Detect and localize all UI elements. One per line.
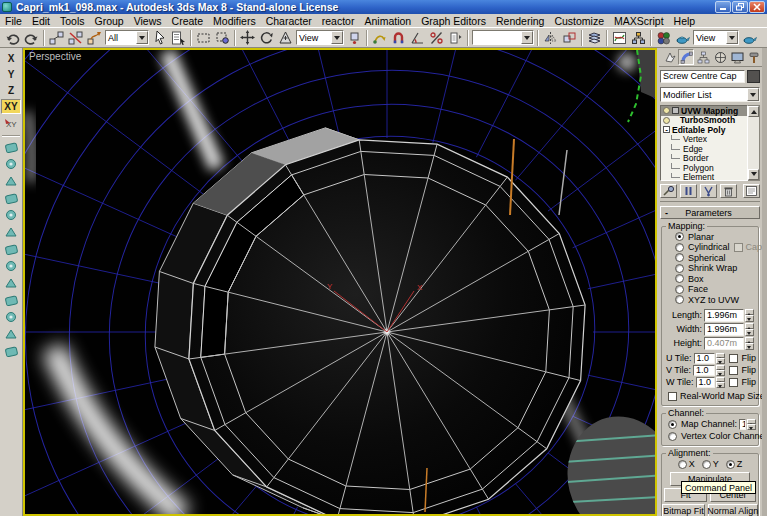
align-x-radio[interactable]: X bbox=[678, 459, 695, 469]
unlink-selection-icon[interactable] bbox=[66, 29, 85, 47]
left-tool-button[interactable] bbox=[1, 310, 21, 325]
w-tile-spinner[interactable] bbox=[716, 377, 725, 388]
layer-manager-icon[interactable] bbox=[585, 29, 604, 47]
parameters-rollout-header[interactable]: - Parameters bbox=[660, 206, 760, 219]
left-tool-button[interactable] bbox=[1, 242, 21, 257]
menu-reactor[interactable]: reactor bbox=[317, 15, 360, 27]
tab-create[interactable] bbox=[661, 49, 677, 65]
tab-hierarchy[interactable] bbox=[695, 49, 711, 65]
tab-modify[interactable] bbox=[678, 49, 694, 65]
left-tool-button[interactable] bbox=[1, 327, 21, 342]
menu-edit[interactable]: Edit bbox=[27, 15, 55, 27]
restrict-z-button[interactable]: Z bbox=[1, 83, 21, 98]
left-tool-button[interactable] bbox=[1, 344, 21, 359]
stack-subitem-edge[interactable]: Edge bbox=[661, 144, 747, 154]
selection-filter-dropdown[interactable]: All bbox=[105, 30, 149, 45]
undo-icon[interactable] bbox=[3, 29, 22, 47]
restore-button[interactable] bbox=[732, 1, 748, 13]
menu-file[interactable]: File bbox=[0, 15, 27, 27]
mapping-option-box[interactable]: Box bbox=[664, 274, 756, 284]
use-pivot-point-center-icon[interactable] bbox=[345, 29, 364, 47]
menu-rendering[interactable]: Rendering bbox=[491, 15, 549, 27]
length-spinner[interactable] bbox=[745, 309, 754, 322]
lightbulb-icon[interactable] bbox=[663, 107, 670, 114]
select-by-name-icon[interactable] bbox=[169, 29, 188, 47]
stack-item-turbosmooth[interactable]: TurboSmooth bbox=[661, 116, 747, 126]
stack-item-uvw-mapping[interactable]: UVW Mapping bbox=[661, 106, 747, 116]
menu-create[interactable]: Create bbox=[167, 15, 209, 27]
percent-snap-icon[interactable] bbox=[427, 29, 446, 47]
width-spinner[interactable] bbox=[745, 323, 754, 336]
restrict-y-button[interactable]: Y bbox=[1, 67, 21, 82]
menu-graph-editors[interactable]: Graph Editors bbox=[416, 15, 491, 27]
v-tile-spinner[interactable] bbox=[716, 365, 725, 376]
w-flip-checkbox[interactable]: Flip bbox=[729, 377, 756, 387]
collapse-tree-icon[interactable]: - bbox=[663, 126, 670, 133]
left-tool-button[interactable] bbox=[1, 259, 21, 274]
stack-item-editable-poly[interactable]: -Editable Poly bbox=[661, 125, 747, 135]
menu-maxscript[interactable]: MAXScript bbox=[609, 15, 669, 27]
mapping-option-shrink-wrap[interactable]: Shrink Wrap bbox=[664, 264, 756, 274]
map-channel-field[interactable]: 1 bbox=[739, 419, 746, 430]
select-and-link-icon[interactable] bbox=[47, 29, 66, 47]
reference-coordinate-system-dropdown[interactable]: View bbox=[296, 30, 344, 45]
panel-scroll-strip[interactable] bbox=[762, 48, 767, 516]
menu-group[interactable]: Group bbox=[90, 15, 129, 27]
object-name-field[interactable]: Screw Centre Cap bbox=[660, 70, 745, 83]
mapping-option-xyz-to-uvw[interactable]: XYZ to UVW bbox=[664, 295, 756, 305]
align-y-radio[interactable]: Y bbox=[702, 459, 719, 469]
v-tile-field[interactable]: 1.0 bbox=[693, 365, 715, 376]
snap-toggle-3d-icon[interactable] bbox=[389, 29, 408, 47]
viewport-canvas[interactable]: YX bbox=[25, 50, 655, 514]
v-flip-checkbox[interactable]: Flip bbox=[729, 365, 756, 375]
left-tool-button[interactable] bbox=[1, 174, 21, 189]
render-type-dropdown[interactable]: View bbox=[693, 30, 739, 45]
chevron-down-icon[interactable] bbox=[136, 31, 148, 44]
vertex-color-radio[interactable] bbox=[668, 432, 677, 441]
object-color-swatch[interactable] bbox=[747, 70, 760, 83]
map-channel-spinner[interactable] bbox=[747, 419, 756, 430]
mapping-option-spherical[interactable]: Spherical bbox=[664, 253, 756, 263]
render-scene-icon[interactable] bbox=[673, 29, 692, 47]
rectangular-selection-region-icon[interactable] bbox=[194, 29, 213, 47]
width-field[interactable]: 1.996m bbox=[704, 323, 744, 336]
chevron-down-icon[interactable] bbox=[747, 88, 759, 101]
left-tool-button[interactable] bbox=[1, 191, 21, 206]
real-world-checkbox[interactable] bbox=[668, 392, 677, 401]
title-bar[interactable]: Capri_mk1_098.max - Autodesk 3ds Max 8 -… bbox=[0, 0, 767, 14]
tab-motion[interactable] bbox=[712, 49, 728, 65]
close-button[interactable] bbox=[749, 1, 765, 13]
material-editor-icon[interactable] bbox=[654, 29, 673, 47]
chevron-down-icon[interactable] bbox=[331, 31, 343, 44]
left-tool-button[interactable] bbox=[1, 140, 21, 155]
lightbulb-icon[interactable] bbox=[663, 117, 670, 124]
schematic-view-icon[interactable] bbox=[629, 29, 648, 47]
scroll-up-icon[interactable] bbox=[748, 106, 759, 117]
redo-icon[interactable] bbox=[22, 29, 41, 47]
left-tool-button[interactable] bbox=[1, 225, 21, 240]
restrict-xy-plane-button[interactable]: XY bbox=[1, 99, 21, 114]
select-and-rotate-icon[interactable] bbox=[257, 29, 276, 47]
viewport-label[interactable]: Perspective bbox=[29, 51, 81, 62]
left-tool-button[interactable] bbox=[1, 293, 21, 308]
stack-subitem-vertex[interactable]: Vertex bbox=[661, 135, 747, 145]
stack-subitem-polygon[interactable]: Polygon bbox=[661, 163, 747, 173]
select-object-icon[interactable] bbox=[150, 29, 169, 47]
align-icon[interactable] bbox=[560, 29, 579, 47]
pin-stack-button[interactable] bbox=[660, 184, 677, 198]
configure-modifier-sets-button[interactable] bbox=[743, 184, 760, 198]
w-tile-field[interactable]: 1.0 bbox=[696, 377, 716, 388]
gizmo-icon[interactable] bbox=[672, 107, 679, 114]
map-channel-radio[interactable] bbox=[668, 420, 677, 429]
restrict-x-button[interactable]: X bbox=[1, 51, 21, 66]
select-and-scale-icon[interactable] bbox=[276, 29, 295, 47]
menu-character[interactable]: Character bbox=[261, 15, 317, 27]
chevron-down-icon[interactable] bbox=[521, 31, 533, 44]
modifier-list-dropdown[interactable]: Modifier List bbox=[660, 87, 760, 102]
select-and-move-icon[interactable] bbox=[238, 29, 257, 47]
show-end-result-button[interactable] bbox=[680, 184, 697, 198]
mapping-option-face[interactable]: Face bbox=[664, 285, 756, 295]
u-flip-checkbox[interactable]: Flip bbox=[729, 353, 756, 363]
chevron-down-icon[interactable] bbox=[726, 31, 738, 44]
menu-modifiers[interactable]: Modifiers bbox=[208, 15, 261, 27]
